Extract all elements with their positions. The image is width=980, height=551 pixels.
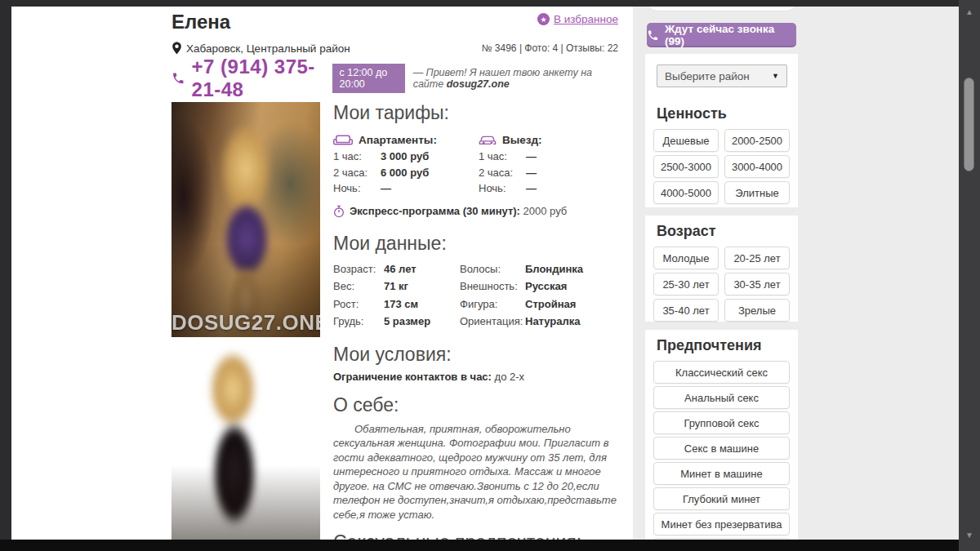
favorites-link-label: В избранное [554,13,618,25]
star-icon: ★ [537,13,550,25]
age-filter-card: Возраст Молодые 20-25 лет 25-30 лет 30-3… [645,216,798,322]
greeting-text: — Привет! Я нашел твою анкету на сайте d… [413,67,625,90]
profile-photo-2[interactable] [172,342,320,540]
window-left-edge [0,0,11,551]
sofa-icon [333,134,353,146]
price-filter-button[interactable]: 2000-2500 [724,129,790,152]
price-filter-button[interactable]: 3000-4000 [724,155,790,178]
window-bottom-bar [0,540,959,551]
data-row: Вес:71 кг [333,278,460,295]
tariffs-title: Мои тарифы: [333,102,625,124]
age-filter-button[interactable]: 25-30 лет [653,273,719,295]
profile-photo-1[interactable]: DOSUG27.ONE [172,102,320,337]
photo-watermark: DOSUG27.ONE [172,310,320,335]
price-filter-button[interactable]: 2500-3000 [653,155,719,178]
tariff-row: Ночь:— [479,180,625,197]
profile-meta-counters: № 3496 | Фото: 4 | Отзывы: 22 [482,42,618,54]
data-row: Внешность:Русская [460,278,625,295]
tariff-row: 2 часа:6 000 руб [333,165,479,181]
tariff-row: 2 часа:— [479,165,625,181]
location: Хабаровск, Центральный район [172,42,350,55]
age-filter-button[interactable]: Зрелые [724,299,790,322]
district-select[interactable]: Выберите район ▼ [657,64,787,87]
about-title: О себе: [333,394,625,416]
data-row: Рост:173 см [333,295,460,313]
data-row: Волосы:Блондинка [460,260,625,278]
preference-filter-button[interactable]: Глубокий минет [653,487,790,510]
data-row: Фигура:Стройная [460,295,625,313]
page-content: Елена ★ В избранное Хабаровск, Центральн… [11,7,959,540]
apartments-label: Апартаменты: [359,134,437,146]
scrollbar-thumb[interactable] [964,78,974,171]
age-filter-button[interactable]: 35-40 лет [653,299,719,322]
window-top-bar [0,0,959,7]
data-row: Ориентация:Натуралка [460,313,625,331]
preference-filter-button[interactable]: Классический секс [653,361,790,384]
age-filter-button[interactable]: Молодые [653,247,719,269]
car-icon [479,134,497,146]
about-text: Обаятельная, приятная, обворожительно се… [333,422,625,522]
tariff-row: Ночь:— [333,180,479,197]
conditions-title: Мои условия: [333,344,625,366]
schedule-badge: с 12:00 до 20:00 [332,64,405,93]
price-filter-card: Ценность Дешевые 2000-2500 2500-3000 300… [645,98,798,207]
profile-card: Елена ★ В избранное Хабаровск, Центральн… [172,7,633,540]
tariff-row: 1 час:— [479,149,625,165]
age-filter-button[interactable]: 20-25 лет [724,247,790,269]
preferences-title: Сексуальные предпочтения: [333,531,625,540]
photo-shade [172,465,320,540]
conditions-row: Ограничение контактов в час: до 2-х [333,371,625,383]
waiting-call-button[interactable]: Ждут сейчас звонка (99) [647,23,796,47]
chevron-down-icon: ▼ [772,72,779,80]
tariff-row: 1 час:3 000 руб [333,149,479,165]
preferences-filter-card: Предпочтения Классический секс Анальный … [645,330,798,540]
data-row: Грудь:5 размер [333,313,460,331]
outcall-label: Выезд: [502,134,542,146]
profile-name: Елена [172,11,230,33]
phone-icon [647,29,659,42]
details-column: Мои тарифы: Апартаменты: 1 час:3 000 руб… [320,102,625,540]
favorites-profiles-button[interactable]: ★ Избранные анкеты (0) [645,7,798,11]
stopwatch-icon [333,205,345,218]
preference-filter-button[interactable]: Минет в машине [653,462,790,485]
phone-number[interactable]: +7 (914) 375-21-48 [172,56,324,101]
price-filter-title: Ценность [657,105,790,122]
price-filter-button[interactable]: 4000-5000 [653,181,719,204]
preference-filter-button[interactable]: Секс в машине [653,437,790,460]
price-filter-button[interactable]: Дешевые [653,129,719,152]
district-select-value: Выберите район [665,70,750,82]
district-select-card: Выберите район ▼ [645,54,798,98]
data-title: Мои данные: [333,233,625,255]
page: Елена ★ В избранное Хабаровск, Центральн… [0,0,980,551]
preference-filter-button[interactable]: Минет без презерватива [653,513,790,535]
scroll-up-arrow[interactable]: ▲ [959,8,980,16]
site-name: dosug27.one [447,78,510,90]
age-filter-title: Возраст [657,223,790,240]
photo-column: DOSUG27.ONE [172,102,320,540]
phone-icon [172,69,185,87]
preference-filter-button[interactable]: Групповой секс [653,411,790,434]
location-pin-icon [172,42,182,55]
scrollbar-track[interactable]: ▲ ▼ [959,0,980,551]
preference-filter-button[interactable]: Анальный секс [653,386,790,409]
data-row: Возраст:46 лет [333,260,460,278]
preferences-filter-title: Предпочтения [657,337,790,354]
scroll-down-arrow[interactable]: ▼ [959,531,980,540]
add-to-favorites-link[interactable]: ★ В избранное [537,13,618,25]
photo-figure [209,350,256,429]
express-program-row: Экспресс-программа (30 минут): 2000 руб [333,205,625,218]
age-filter-button[interactable]: 30-35 лет [724,273,790,295]
price-filter-button[interactable]: Элитные [724,181,790,204]
